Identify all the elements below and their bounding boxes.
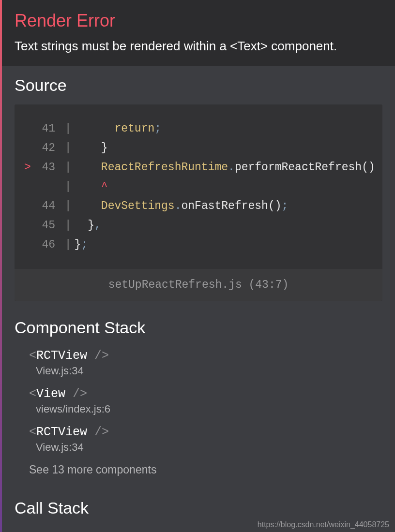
component-tag: <View />: [29, 387, 382, 401]
component-location: View.js:34: [29, 441, 382, 454]
call-stack-title: Call Stack: [15, 499, 382, 517]
code-line: 46 |};: [24, 235, 373, 254]
source-code-block: 41 | return; 42 | }> 43 | ReactRefreshRu…: [15, 104, 382, 301]
error-line-marker: [24, 177, 38, 196]
line-separator: |: [55, 158, 75, 177]
code-content: ^: [75, 177, 373, 196]
component-stack-item[interactable]: <RCTView />View.js:34: [15, 349, 382, 377]
line-separator: |: [55, 216, 75, 235]
code-line: > 43 | ReactRefreshRuntime.performReactR…: [24, 158, 373, 177]
component-stack-section: Component Stack <RCTView />View.js:34<Vi…: [2, 306, 395, 481]
error-line-marker: [24, 138, 38, 158]
line-number: [38, 177, 55, 196]
component-stack-title: Component Stack: [15, 318, 382, 337]
watermark-text: https://blog.csdn.net/weixin_44058725: [258, 520, 389, 529]
code-line: 41 | return;: [24, 119, 373, 138]
source-title: Source: [15, 76, 382, 95]
line-number: 45: [38, 216, 55, 235]
code-line: 44 | DevSettings.onFastRefresh();: [24, 196, 373, 216]
source-section: Source 41 | return; 42 | }> 43 | ReactRe…: [2, 66, 395, 306]
call-stack-section: Call Stack: [2, 481, 395, 517]
component-stack-item[interactable]: <View />views/index.js:6: [15, 387, 382, 415]
code-line: 42 | }: [24, 138, 373, 158]
code-content: DevSettings.onFastRefresh();: [75, 196, 373, 216]
component-location: View.js:34: [29, 365, 382, 377]
code-lines-container: 41 | return; 42 | }> 43 | ReactRefreshRu…: [15, 104, 382, 269]
line-separator: |: [55, 235, 75, 254]
code-content: };: [75, 235, 373, 254]
code-content: return;: [75, 119, 373, 138]
component-location: views/index.js:6: [29, 403, 382, 415]
error-line-marker: [24, 196, 38, 216]
error-header: Render Error Text strings must be render…: [2, 0, 395, 66]
error-line-marker: [24, 119, 38, 138]
error-message: Text strings must be rendered within a <…: [15, 39, 382, 54]
line-number: 44: [38, 196, 55, 216]
code-content: }: [75, 138, 373, 158]
code-content: ReactRefreshRuntime.performReactRefresh(…: [75, 158, 375, 177]
line-number: 41: [38, 119, 55, 138]
code-content: },: [75, 216, 373, 235]
component-tag: <RCTView />: [29, 349, 382, 363]
line-separator: |: [55, 138, 75, 158]
file-location: setUpReactRefresh.js (43:7): [15, 269, 382, 301]
code-line: | ^: [24, 177, 373, 196]
component-stack-list: <RCTView />View.js:34<View />views/index…: [15, 349, 382, 454]
see-more-components-link[interactable]: See 13 more components: [15, 463, 382, 476]
line-number: 42: [38, 138, 55, 158]
line-number: 43: [38, 158, 55, 177]
line-number: 46: [38, 235, 55, 254]
line-separator: |: [55, 196, 75, 216]
error-title: Render Error: [15, 11, 382, 31]
component-tag: <RCTView />: [29, 425, 382, 439]
error-line-marker: >: [24, 158, 38, 177]
code-line: 45 | },: [24, 216, 373, 235]
error-line-marker: [24, 235, 38, 254]
line-separator: |: [55, 119, 75, 138]
error-line-marker: [24, 216, 38, 235]
line-separator: |: [55, 177, 75, 196]
component-stack-item[interactable]: <RCTView />View.js:34: [15, 425, 382, 454]
accent-gradient-bar: [0, 0, 2, 532]
